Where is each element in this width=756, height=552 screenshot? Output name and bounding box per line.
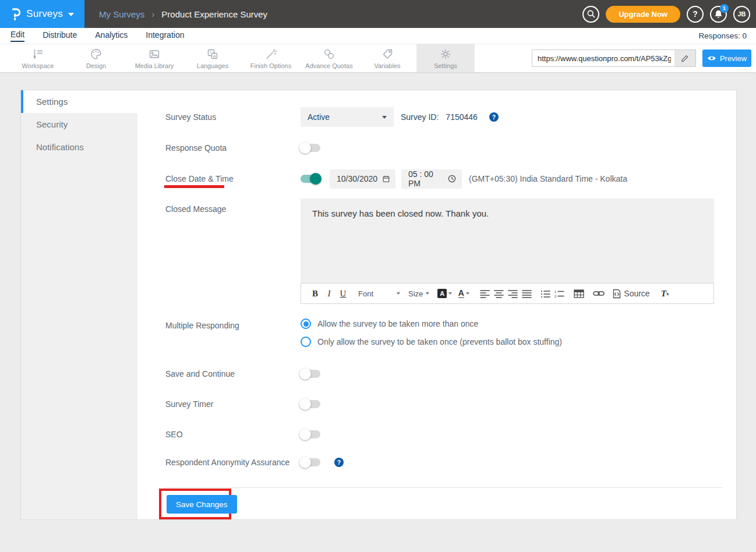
workspace-icon [31,48,44,61]
help-button[interactable]: ? [687,6,704,23]
closed-message-textarea[interactable]: This survey has been closed now. Thank y… [301,199,714,283]
breadcrumb-my-surveys[interactable]: My Surveys [99,9,144,19]
justify-button[interactable] [520,286,534,301]
search-button[interactable] [582,6,599,23]
edit-toolbar: Workspace Design Media Library * A Langu… [0,44,756,72]
breadcrumb: My Surveys › Product Experience Survey U… [84,0,756,28]
top-bar: Surveys My Surveys › Product Experience … [0,0,756,28]
section-tabs: Edit Distribute Analytics Integration Re… [0,28,756,44]
close-date-field[interactable]: 10/30/2020 [330,169,395,189]
align-center-icon [494,289,504,298]
font-dropdown[interactable]: Font [358,286,400,301]
bullet-list-button[interactable] [538,286,552,301]
close-date-time-row: Close Date & Time 10/30/2020 05 : 00 PM … [137,169,737,189]
eye-icon [707,55,716,62]
tab-integration[interactable]: Integration [146,30,184,41]
seo-toggle[interactable] [301,430,320,438]
survey-status-label: Survey Status [165,112,301,122]
svg-text:A: A [213,53,216,58]
chevron-down-icon [397,292,400,295]
edit-url-button[interactable] [674,50,695,66]
survey-timer-toggle[interactable] [301,400,320,408]
breadcrumb-separator: › [151,9,154,19]
settings-form: Survey Status Active Survey ID: 7150446 … [137,90,737,519]
bold-button[interactable]: B [308,286,322,301]
radio-selected-icon [301,319,311,329]
source-doc-icon [613,289,621,299]
response-quota-toggle[interactable] [301,144,320,152]
background-color-button[interactable]: A [437,286,452,301]
text-color-button[interactable]: A [457,286,471,301]
toolbar-item-media-library[interactable]: Media Library [125,44,183,72]
close-date-time-label: Close Date & Time [165,174,301,183]
calendar-icon [383,174,390,183]
response-quota-row: Response Quota [137,140,737,156]
toolbar-item-finish-options[interactable]: Finish Options [242,44,300,72]
respondent-anonymity-help-icon[interactable]: ? [334,458,344,467]
align-left-button[interactable] [478,286,492,301]
numbered-list-button[interactable]: 1 2 [552,286,566,301]
survey-url-input[interactable] [532,54,674,63]
toolbar-item-settings[interactable]: Settings [416,44,475,72]
toolbar-item-workspace[interactable]: Workspace [9,44,67,72]
sidebar-item-security[interactable]: Security [21,113,137,136]
align-right-button[interactable] [506,286,520,301]
survey-status-select[interactable]: Active [301,107,394,127]
preview-button[interactable]: Preview [702,49,751,67]
svg-text:1: 1 [554,289,557,293]
table-icon [574,289,584,298]
sidebar-item-settings[interactable]: Settings [21,90,137,113]
settings-sidebar: Settings Security Notifications [21,90,137,519]
save-and-continue-row: Save and Continue [137,366,737,382]
media-library-icon [148,48,161,61]
settings-panel: Settings Security Notifications Survey S… [20,90,737,520]
insert-table-button[interactable] [572,286,586,301]
respondent-anonymity-toggle[interactable] [301,458,320,466]
product-switcher-label: Surveys [26,8,63,20]
source-button[interactable]: Source [613,286,649,301]
save-changes-button[interactable]: Save Changes [167,495,237,514]
radio-unselected-icon [301,337,311,347]
survey-status-value: Active [308,112,330,122]
survey-id-help-icon[interactable]: ? [489,112,499,122]
radio-option-only-once[interactable]: Only allow the survey to be taken once (… [301,337,562,347]
upgrade-now-button[interactable]: Upgrade Now [606,6,680,23]
avatar[interactable]: JB [733,6,750,23]
italic-button[interactable]: I [322,286,336,301]
svg-text:2: 2 [554,295,557,298]
sidebar-item-notifications[interactable]: Notifications [21,136,137,158]
underline-button[interactable]: U [336,286,350,301]
size-dropdown[interactable]: Size [408,286,429,301]
remove-format-button[interactable]: Tx [658,286,672,301]
toolbar-item-languages[interactable]: * A Languages [183,44,242,72]
pencil-icon [680,54,690,63]
closed-message-label: Closed Message [165,204,301,214]
close-time-field[interactable]: 05 : 00 PM [401,169,462,189]
brand-menu[interactable]: Surveys [0,0,84,28]
tab-analytics[interactable]: Analytics [95,30,128,41]
toolbar-item-advance-quotas[interactable]: Advance Quotas [300,44,358,72]
save-and-continue-toggle[interactable] [301,370,320,378]
respondent-anonymity-label: Respondent Anonymity Assurance [165,458,301,467]
timezone-text: (GMT+05:30) India Standard Time - Kolkat… [469,174,627,183]
seo-row: SEO [137,426,737,443]
toolbar-item-design[interactable]: Design [67,44,125,72]
survey-id-value: 7150446 [446,112,478,122]
radio-option-more-than-once[interactable]: Allow the survey to be taken more than o… [301,319,562,329]
tab-edit[interactable]: Edit [10,30,24,42]
notification-badge: 1 [720,4,729,13]
insert-link-button[interactable] [592,286,606,301]
notifications-button[interactable]: 1 [710,6,727,23]
align-center-button[interactable] [492,286,506,301]
response-quota-label: Response Quota [165,143,301,153]
design-icon [90,48,103,61]
tab-distribute[interactable]: Distribute [43,30,77,41]
save-and-continue-label: Save and Continue [165,369,301,378]
toolbar-item-variables[interactable]: Variables [358,44,416,72]
chevron-down-icon [68,13,74,16]
close-date-time-toggle[interactable] [301,175,320,183]
multiple-responding-options: Allow the survey to be taken more than o… [301,319,562,347]
responses-count: Responses: 0 [698,31,747,40]
advance-quotas-icon [323,48,335,61]
seo-label: SEO [165,430,301,439]
